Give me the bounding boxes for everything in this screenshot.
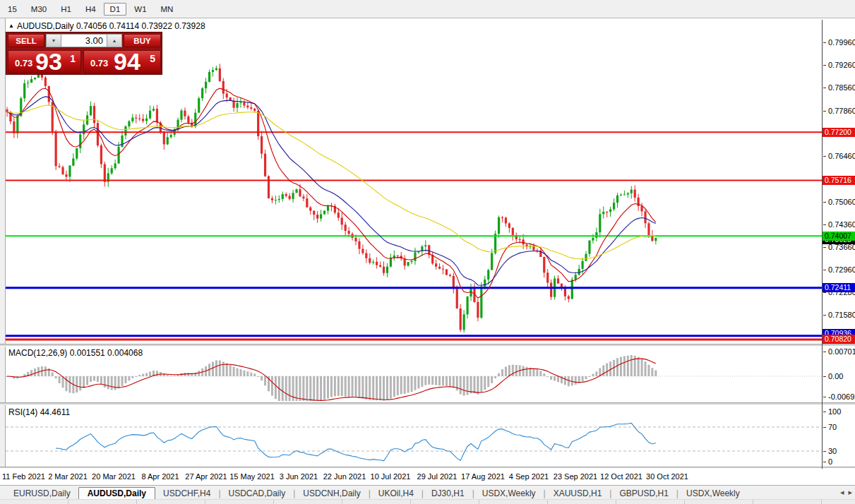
tab-eurusd-daily[interactable]: EURUSD,Daily (6, 487, 78, 500)
price-level-label: 0.72411 (823, 283, 855, 292)
candle-body (239, 102, 241, 103)
price-axis-tick: 0.72960 (823, 265, 855, 274)
macd-histogram-bar (407, 376, 409, 392)
tab-usdx-weekly[interactable]: USDX,Weekly (474, 487, 544, 500)
timeframe-button-15[interactable]: 15 (1, 3, 23, 16)
candle-body (285, 194, 287, 196)
timeframe-button-w1[interactable]: W1 (128, 3, 153, 16)
rsi-indicator-chart[interactable] (6, 405, 822, 466)
candle-body (435, 263, 437, 266)
timeframe-button-d1[interactable]: D1 (104, 3, 127, 16)
macd-histogram-bar (107, 376, 109, 389)
tab-xauusd-h1[interactable]: XAUUSD,H1 (546, 487, 610, 500)
macd-histogram-bar (271, 376, 273, 396)
candle-body (571, 280, 573, 299)
candle-body (386, 267, 388, 273)
candle-body (546, 272, 549, 282)
candle-body (48, 86, 50, 102)
sell-button[interactable]: SELL (8, 34, 44, 47)
macd-histogram-bar (124, 376, 126, 383)
candle-body (424, 245, 426, 246)
timeframe-button-mn[interactable]: MN (155, 3, 180, 16)
panel-separator[interactable] (0, 344, 855, 347)
candle-body (253, 109, 256, 111)
date-axis-label: 4 Sep 2021 (509, 472, 549, 481)
timeframe-button-h4[interactable]: H4 (79, 3, 102, 16)
tab-audusd-daily[interactable]: AUDUSD,Daily (78, 487, 155, 500)
candle-body (114, 164, 116, 169)
candle-body (275, 200, 277, 200)
candle-body (83, 124, 85, 134)
candle-body (480, 287, 482, 318)
tab-usdcnh-daily[interactable]: USDCNH,Daily (295, 487, 368, 500)
macd-histogram-bar (564, 376, 566, 385)
date-axis-label: 29 Jul 2021 (417, 472, 458, 481)
tab-usdcad-daily[interactable]: USDCAD,Daily (221, 487, 294, 500)
candle-body (561, 284, 563, 287)
macd-histogram-bar (114, 376, 116, 390)
moving-average-line (7, 97, 656, 285)
tab-scroll-left-icon[interactable]: ◂ (840, 488, 844, 497)
candle-body (606, 212, 608, 212)
candle-body (246, 106, 249, 108)
candle-body (519, 239, 521, 240)
sell-price-pip-digit: 1 (70, 53, 76, 64)
candle-body (376, 262, 378, 265)
macd-axis-tick: 0.007015 (823, 347, 855, 356)
macd-histogram-bar (233, 367, 235, 376)
sell-price-button[interactable]: 0.73 93 1 (8, 50, 81, 73)
candle-body (135, 118, 137, 119)
date-axis-label: 27 Apr 2021 (185, 472, 227, 481)
candle-body (620, 195, 622, 196)
tab-usdchf-h4[interactable]: USDCHF,H4 (155, 487, 218, 500)
candle-body (345, 224, 347, 231)
tab-usdx-weekly[interactable]: USDX,Weekly (678, 487, 748, 500)
volume-input[interactable] (61, 34, 107, 47)
macd-histogram-bar (442, 376, 444, 385)
volume-decrease-button[interactable]: ▼ (46, 34, 61, 47)
tab-gbpusd-h1[interactable]: GBPUSD,H1 (611, 487, 676, 500)
candle-body (543, 257, 545, 272)
timeframe-button-h1[interactable]: H1 (54, 3, 78, 16)
macd-histogram-bar (543, 373, 545, 376)
buy-button[interactable]: BUY (124, 34, 161, 47)
candle-body (313, 211, 315, 215)
tab-dj30-h1[interactable]: DJ30,H1 (424, 487, 472, 500)
tab-ukoil-h4[interactable]: UKOil,H4 (371, 487, 421, 500)
collapse-arrow-icon[interactable]: ▲ (8, 23, 14, 29)
macd-histogram-bar (424, 376, 426, 385)
macd-histogram-bar (229, 365, 232, 376)
candle-body (250, 107, 252, 109)
candle-body (397, 256, 399, 256)
price-axis-tick: 0.77860 (823, 107, 855, 115)
macd-histogram-bar (104, 376, 106, 388)
candle-body (104, 164, 106, 181)
volume-increase-button[interactable]: ▲ (107, 34, 122, 47)
macd-histogram-bar (121, 376, 124, 386)
tab-scroll-right-icon[interactable]: ▸ (848, 488, 852, 497)
panel-separator[interactable] (0, 402, 855, 405)
timeframe-button-m30[interactable]: M30 (25, 3, 53, 16)
sell-price-prefix: 0.73 (15, 58, 32, 68)
macd-histogram-bar (316, 376, 318, 401)
macd-histogram-bar (379, 376, 381, 400)
macd-histogram-bar (470, 376, 472, 393)
macd-histogram-bar (390, 376, 392, 399)
candle-body (630, 190, 633, 193)
candle-body (390, 258, 392, 267)
candle-body (414, 252, 416, 260)
macd-histogram-bar (30, 370, 32, 376)
candle-body (226, 94, 228, 97)
macd-histogram-bar (243, 371, 245, 376)
candle-body (76, 148, 78, 159)
candle-body (167, 137, 169, 144)
candle-body (170, 135, 172, 137)
macd-histogram-bar (515, 365, 518, 376)
rsi-axis-tick: 100 (823, 407, 841, 416)
macd-histogram-bar (550, 376, 552, 380)
macd-histogram-bar (400, 376, 402, 394)
buy-price-button[interactable]: 0.73 94 5 (83, 50, 161, 73)
macd-histogram-bar (330, 376, 333, 397)
candle-body (438, 267, 441, 269)
macd-histogram-bar (320, 376, 322, 401)
